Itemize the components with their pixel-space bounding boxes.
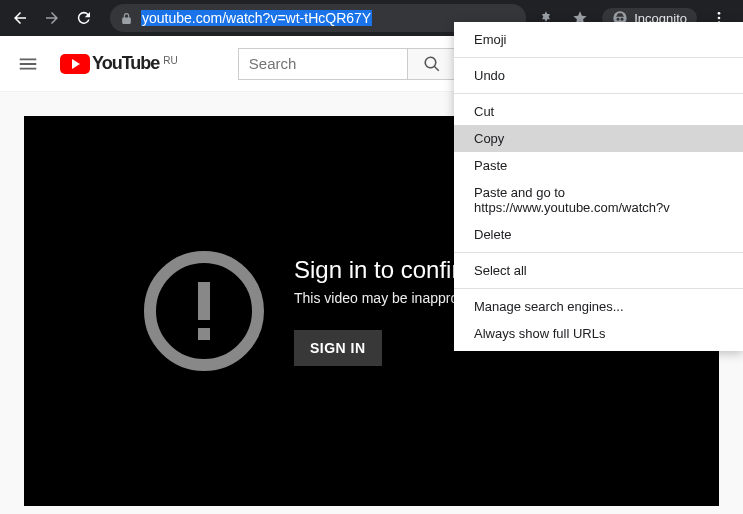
url-text[interactable]: youtube.com/watch?v=wt-tHcQR67Y [141,10,372,26]
warning-icon [144,251,264,371]
search-button[interactable] [408,48,458,80]
search-input[interactable] [238,48,408,80]
menu-button[interactable] [16,52,40,76]
svg-point-2 [621,18,624,21]
menu-item[interactable]: Manage search engines... [454,293,743,320]
menu-item[interactable]: Always show full URLs [454,320,743,347]
lock-icon [120,12,133,25]
menu-separator [454,252,743,253]
youtube-region-label: RU [163,55,177,66]
context-menu: EmojiUndoCutCopyPastePaste and go to htt… [454,22,743,351]
menu-item[interactable]: Paste and go to https://www.youtube.com/… [454,179,743,221]
menu-item[interactable]: Select all [454,257,743,284]
menu-item[interactable]: Cut [454,98,743,125]
menu-item[interactable]: Delete [454,221,743,248]
search-icon [423,55,441,73]
menu-item[interactable]: Undo [454,62,743,89]
reload-button[interactable] [72,6,96,30]
sign-in-button[interactable]: SIGN IN [294,330,382,366]
menu-item[interactable]: Copy [454,125,743,152]
menu-separator [454,93,743,94]
menu-item[interactable]: Paste [454,152,743,179]
menu-item[interactable]: Emoji [454,26,743,53]
back-button[interactable] [8,6,32,30]
youtube-logo-text: YouTube [92,53,159,74]
youtube-logo[interactable]: YouTube RU [60,53,178,74]
youtube-play-icon [60,54,90,74]
search-container [238,48,458,80]
svg-point-3 [718,12,721,15]
svg-point-4 [718,17,721,20]
forward-button[interactable] [40,6,64,30]
menu-separator [454,288,743,289]
menu-separator [454,57,743,58]
svg-point-1 [617,18,620,21]
